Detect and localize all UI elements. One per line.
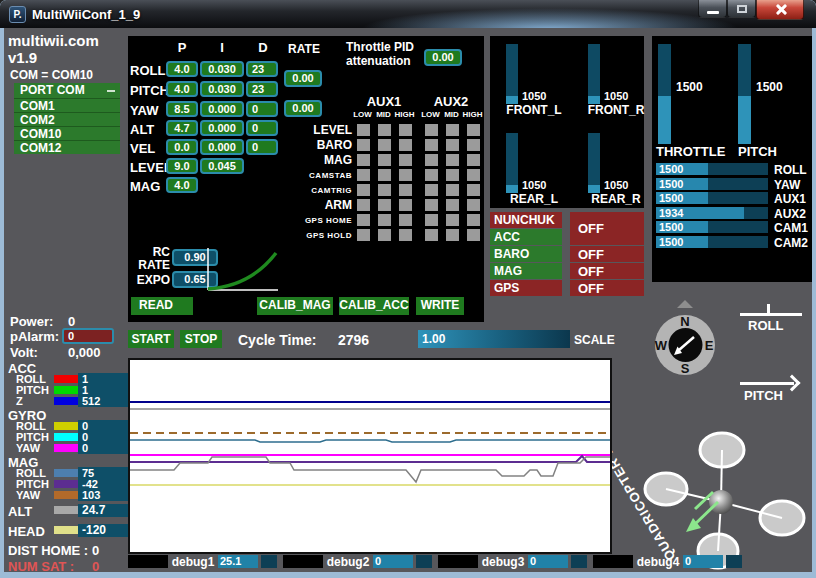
aux-checkbox[interactable]: [446, 169, 459, 181]
aux-checkbox[interactable]: [357, 199, 370, 211]
channel-value: 1500: [659, 192, 683, 204]
aux-row-label: CAMTRIG: [128, 184, 352, 198]
pid-roll-i[interactable]: 0.030: [200, 61, 244, 77]
throttle-value: 1500: [676, 80, 703, 94]
aux-checkbox[interactable]: [446, 184, 459, 196]
pid-pitch-i[interactable]: 0.030: [200, 81, 244, 97]
aux-checkbox[interactable]: [446, 214, 459, 226]
port-item-com2[interactable]: COM2: [14, 112, 120, 126]
aux-checkbox[interactable]: [378, 139, 391, 151]
aux-checkbox[interactable]: [357, 184, 370, 196]
scale-slider-value: 1.00: [422, 332, 445, 346]
aux2-high-label: HIGH: [461, 110, 484, 119]
gyro-yaw-swatch: [54, 444, 80, 452]
aux-checkbox[interactable]: [399, 139, 412, 151]
status-nunchuk: NUNCHUK: [490, 212, 562, 228]
aux-checkbox[interactable]: [378, 199, 391, 211]
aux-checkbox[interactable]: [425, 214, 438, 226]
motor-bar-front-r: [588, 44, 600, 104]
aux-checkbox[interactable]: [467, 184, 480, 196]
aux-checkbox[interactable]: [446, 139, 459, 151]
aux-checkbox[interactable]: [357, 139, 370, 151]
aux-checkbox[interactable]: [399, 199, 412, 211]
aux-checkbox[interactable]: [399, 124, 412, 136]
aux-checkbox[interactable]: [446, 229, 459, 241]
aux2-mid-label: MID: [440, 110, 463, 119]
calib-acc-button[interactable]: CALIB_ACC: [339, 297, 409, 315]
aux-checkbox[interactable]: [378, 214, 391, 226]
pid-roll-p[interactable]: 4.0: [166, 61, 198, 77]
aux-checkbox[interactable]: [467, 124, 480, 136]
pid-pitch-d[interactable]: 23: [246, 81, 278, 97]
status-off-4: OFF: [570, 280, 644, 296]
aux-checkbox[interactable]: [357, 229, 370, 241]
port-item-com1[interactable]: COM1: [14, 98, 120, 112]
aux-checkbox[interactable]: [425, 139, 438, 151]
pid-yaw-d[interactable]: 0: [246, 101, 278, 117]
port-dropdown-header[interactable]: PORT COM: [14, 83, 120, 98]
aux-checkbox[interactable]: [425, 154, 438, 166]
pid-row-label: YAW: [130, 103, 158, 118]
aux-checkbox[interactable]: [378, 124, 391, 136]
palarm-input[interactable]: 0: [62, 328, 114, 344]
write-button[interactable]: WRITE: [416, 297, 464, 315]
rate-roll-pitch-box[interactable]: 0.00: [284, 70, 322, 87]
stop-button[interactable]: STOP: [180, 330, 222, 348]
aux-checkbox[interactable]: [357, 169, 370, 181]
aux-checkbox[interactable]: [357, 214, 370, 226]
channel-label: CAM2: [774, 236, 808, 250]
aux-checkbox[interactable]: [446, 199, 459, 211]
power-value: 0: [68, 314, 75, 329]
aux-checkbox[interactable]: [446, 154, 459, 166]
aux-checkbox[interactable]: [425, 169, 438, 181]
aux-checkbox[interactable]: [399, 184, 412, 196]
motor-label: REAR_L: [500, 192, 568, 206]
minimize-button[interactable]: [698, 0, 727, 18]
throttle-label: THROTTLE: [656, 144, 725, 159]
aux-checkbox[interactable]: [467, 229, 480, 241]
pid-yaw-i[interactable]: 0.000: [200, 101, 244, 117]
aux-checkbox[interactable]: [399, 214, 412, 226]
scale-slider[interactable]: 1.00: [418, 330, 570, 348]
port-item-com10[interactable]: COM10: [14, 126, 120, 140]
aux-checkbox[interactable]: [378, 169, 391, 181]
aux-checkbox[interactable]: [425, 229, 438, 241]
rate-yaw-box[interactable]: 0.00: [284, 100, 322, 117]
aux-checkbox[interactable]: [425, 124, 438, 136]
motor-value: 1050: [522, 90, 546, 102]
aux-checkbox[interactable]: [467, 199, 480, 211]
aux-row-level: LEVEL: [128, 124, 484, 137]
aux-checkbox[interactable]: [378, 184, 391, 196]
aux-checkbox[interactable]: [378, 154, 391, 166]
calib-mag-button[interactable]: CALIB_MAG: [257, 297, 333, 315]
aux-checkbox[interactable]: [399, 169, 412, 181]
pid-yaw-p[interactable]: 8.5: [166, 101, 198, 117]
com-status: COM = COM10: [10, 68, 93, 82]
channel-bar-aux1: 1500: [656, 192, 768, 204]
palarm-label: pAlarm:: [10, 329, 59, 344]
maximize-button[interactable]: [727, 0, 756, 18]
aux-checkbox[interactable]: [357, 154, 370, 166]
close-button[interactable]: [756, 0, 804, 20]
pid-pitch-p[interactable]: 4.0: [166, 81, 198, 97]
aux-checkbox[interactable]: [357, 124, 370, 136]
aux-checkbox[interactable]: [399, 154, 412, 166]
aux-checkbox[interactable]: [446, 124, 459, 136]
debug-value: 0: [683, 555, 723, 568]
aux-checkbox[interactable]: [425, 184, 438, 196]
aux-checkbox[interactable]: [467, 139, 480, 151]
aux-checkbox[interactable]: [467, 154, 480, 166]
read-button[interactable]: READ: [131, 297, 193, 315]
aux-checkbox[interactable]: [378, 229, 391, 241]
start-button[interactable]: START: [128, 330, 174, 348]
alt-swatch: [54, 506, 80, 514]
tpa-value-box[interactable]: 0.00: [424, 49, 462, 66]
aux-checkbox[interactable]: [399, 229, 412, 241]
aux-checkbox[interactable]: [467, 169, 480, 181]
port-item-com12[interactable]: COM12: [14, 140, 120, 154]
aux-checkbox[interactable]: [467, 214, 480, 226]
channel-label: AUX2: [774, 207, 806, 221]
aux-checkbox[interactable]: [425, 199, 438, 211]
debug-label: debug4: [636, 555, 680, 569]
pid-roll-d[interactable]: 23: [246, 61, 278, 77]
